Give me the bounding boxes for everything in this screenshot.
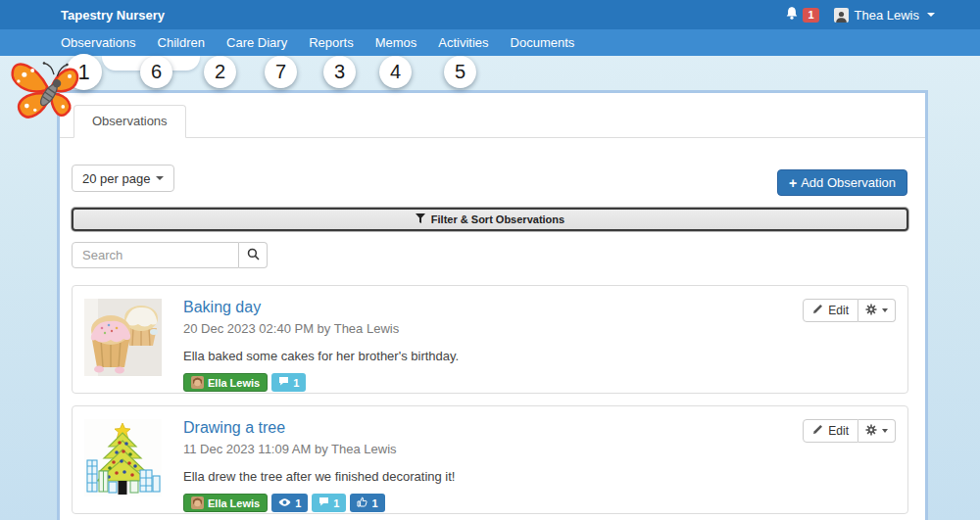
- observation-thumbnail[interactable]: [84, 299, 162, 376]
- filter-sort-label: Filter & Sort Observations: [431, 213, 564, 225]
- search-icon: [247, 247, 260, 264]
- child-avatar: [191, 496, 204, 509]
- edit-button[interactable]: Edit: [803, 419, 858, 443]
- tutorial-marker-3: 3: [323, 56, 356, 88]
- caret-down-icon: [882, 429, 888, 433]
- nav-item-observations[interactable]: Observations: [50, 29, 147, 56]
- observation-content: Drawing a tree 11 Dec 2023 11:09 AM by T…: [183, 419, 803, 500]
- main-panel: Observations 20 per page + Add Observati…: [57, 90, 928, 520]
- search-group: [72, 242, 268, 268]
- search-button[interactable]: [239, 242, 268, 268]
- child-tag-label: Ella Lewis: [208, 377, 260, 389]
- tutorial-marker-4: 4: [379, 56, 412, 88]
- tutorial-marker-7: 7: [265, 56, 297, 88]
- observation-card: Drawing a tree 11 Dec 2023 11:09 AM by T…: [72, 405, 908, 514]
- card-actions: Edit: [803, 299, 896, 380]
- notifications-button[interactable]: 1: [785, 6, 818, 24]
- comments-count-badge: 1: [271, 373, 306, 392]
- observation-content: Baking day 20 Dec 2023 02:40 PM by Thea …: [183, 299, 803, 380]
- main-nav: Observations Children Care Diary Reports…: [0, 29, 980, 56]
- nav-item-activities[interactable]: Activities: [427, 29, 499, 56]
- comment-icon: [318, 496, 329, 509]
- observation-body: Ella baked some cakes for her brother's …: [183, 349, 803, 363]
- filter-sort-button[interactable]: Filter & Sort Observations: [72, 208, 908, 231]
- observation-badges: Ella Lewis 1 1: [183, 494, 803, 512]
- observation-title-link[interactable]: Baking day: [183, 299, 803, 316]
- nav-item-memos[interactable]: Memos: [365, 29, 428, 56]
- child-avatar: [191, 376, 204, 389]
- top-bar-right: 1 Thea Lewis: [785, 0, 935, 29]
- gear-icon: [865, 304, 877, 318]
- observation-meta: 11 Dec 2023 11:09 AM by Thea Lewis: [183, 442, 803, 456]
- views-count-badge: 1: [271, 494, 308, 512]
- caret-down-icon: [927, 13, 935, 17]
- edit-label: Edit: [828, 424, 849, 438]
- add-observation-button[interactable]: + Add Observation: [777, 169, 907, 196]
- search-input[interactable]: [72, 242, 239, 268]
- like-icon: [357, 496, 368, 509]
- nav-item-care-diary[interactable]: Care Diary: [216, 29, 298, 56]
- child-tag-badge[interactable]: Ella Lewis: [183, 494, 268, 512]
- pencil-icon: [812, 304, 823, 317]
- observation-title-link[interactable]: Drawing a tree: [183, 419, 803, 437]
- child-tag-badge[interactable]: Ella Lewis: [183, 373, 268, 392]
- user-name: Thea Lewis: [855, 8, 919, 23]
- likes-count: 1: [371, 497, 377, 509]
- bell-icon: [785, 6, 799, 24]
- caret-down-icon: [882, 308, 888, 312]
- pencil-icon: [812, 424, 823, 438]
- card-actions: Edit: [803, 419, 896, 500]
- nav-item-children[interactable]: Children: [147, 29, 216, 56]
- tab-observations[interactable]: Observations: [74, 105, 186, 138]
- add-observation-label: Add Observation: [801, 175, 896, 190]
- user-avatar-icon: [834, 8, 849, 23]
- butterfly-decoration: [8, 53, 90, 133]
- observation-thumbnail[interactable]: [84, 419, 162, 496]
- more-options-button[interactable]: [858, 299, 896, 322]
- edit-button[interactable]: Edit: [803, 299, 858, 322]
- caret-down-icon: [156, 176, 164, 180]
- edit-label: Edit: [828, 304, 849, 317]
- plus-icon: +: [789, 175, 797, 191]
- observation-badges: Ella Lewis 1: [183, 373, 803, 392]
- comments-count: 1: [333, 497, 339, 509]
- tutorial-marker-6: 6: [140, 56, 172, 88]
- per-page-label: 20 per page: [82, 171, 150, 186]
- observation-meta: 20 Dec 2023 02:40 PM by Thea Lewis: [183, 321, 803, 336]
- comment-icon: [278, 376, 289, 389]
- notification-count-badge: 1: [803, 8, 818, 23]
- child-tag-label: Ella Lewis: [208, 497, 260, 509]
- gear-icon: [865, 424, 877, 439]
- filter-icon: [416, 213, 425, 225]
- brand-title[interactable]: Tapestry Nursery: [61, 8, 165, 23]
- likes-count-badge: 1: [350, 494, 384, 512]
- eye-icon: [278, 497, 291, 509]
- top-bar: Tapestry Nursery 1 Thea Lewis: [0, 0, 980, 29]
- tutorial-marker-5: 5: [444, 56, 476, 88]
- tab-divider: [60, 137, 925, 138]
- user-menu[interactable]: Thea Lewis: [834, 8, 935, 23]
- comments-count-badge: 1: [312, 494, 346, 512]
- views-count: 1: [295, 497, 301, 509]
- comments-count: 1: [293, 377, 299, 389]
- tutorial-marker-2: 2: [204, 56, 236, 88]
- nav-item-reports[interactable]: Reports: [298, 29, 365, 56]
- per-page-dropdown[interactable]: 20 per page: [72, 165, 174, 192]
- observation-body: Ella drew the tree after we finished dec…: [183, 469, 803, 484]
- more-options-button[interactable]: [858, 419, 896, 443]
- nav-item-documents[interactable]: Documents: [500, 29, 586, 56]
- observation-card: Baking day 20 Dec 2023 02:40 PM by Thea …: [72, 285, 908, 394]
